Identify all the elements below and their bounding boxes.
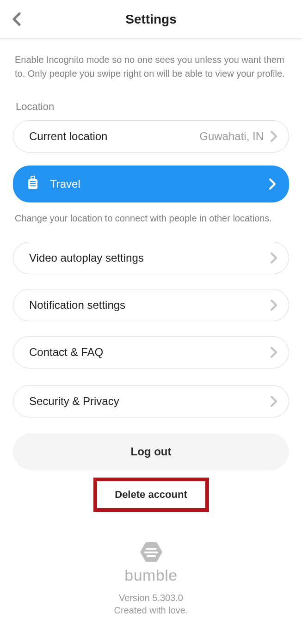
chevron-right-icon xyxy=(270,346,277,358)
contact-faq-label: Contact & FAQ xyxy=(29,346,270,359)
logout-label: Log out xyxy=(131,445,172,458)
video-autoplay-row[interactable]: Video autoplay settings xyxy=(13,242,289,274)
current-location-value: Guwahati, IN xyxy=(199,130,264,143)
chevron-right-icon xyxy=(270,395,277,407)
chevron-right-icon xyxy=(270,299,277,311)
chevron-right-icon xyxy=(270,252,277,264)
delete-account-label: Delete account xyxy=(115,489,187,500)
back-button[interactable] xyxy=(12,12,21,26)
version-text: Version 5.303.0 xyxy=(0,593,302,603)
contact-faq-row[interactable]: Contact & FAQ xyxy=(13,336,289,368)
created-with-love-text: Created with love. xyxy=(0,605,302,616)
location-section-label: Location xyxy=(0,80,302,113)
security-privacy-row[interactable]: Security & Privacy xyxy=(13,385,289,417)
chevron-right-icon xyxy=(269,178,276,190)
travel-description: Change your location to connect with peo… xyxy=(0,202,302,225)
brand-name: bumble xyxy=(0,566,302,584)
travel-label: Travel xyxy=(50,178,269,190)
logout-button[interactable]: Log out xyxy=(13,433,289,470)
video-autoplay-label: Video autoplay settings xyxy=(29,251,270,264)
chevron-right-icon xyxy=(270,130,277,142)
current-location-row[interactable]: Current location Guwahati, IN xyxy=(13,120,289,153)
travel-row[interactable]: Travel xyxy=(13,166,289,202)
notification-settings-label: Notification settings xyxy=(29,299,270,312)
luggage-icon xyxy=(27,176,39,192)
notification-settings-row[interactable]: Notification settings xyxy=(13,289,289,321)
header-bar: Settings xyxy=(0,0,302,39)
incognito-description: Enable Incognito mode so no one sees you… xyxy=(0,39,302,80)
footer: bumble Version 5.303.0 Created with love… xyxy=(0,541,302,616)
current-location-label: Current location xyxy=(29,130,199,143)
delete-account-button[interactable]: Delete account xyxy=(93,478,209,512)
chevron-left-icon xyxy=(12,12,21,26)
page-title: Settings xyxy=(125,12,176,27)
svg-rect-0 xyxy=(31,176,35,179)
security-privacy-label: Security & Privacy xyxy=(29,395,270,408)
brand-logo-icon xyxy=(0,541,302,564)
